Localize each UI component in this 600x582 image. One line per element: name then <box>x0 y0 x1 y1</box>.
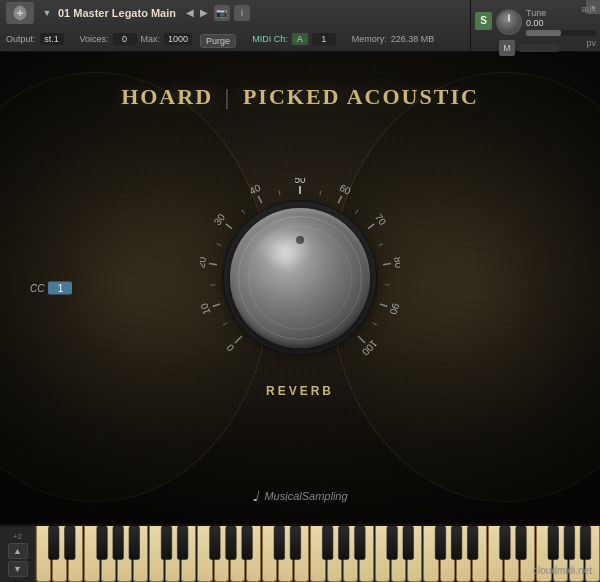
white-key-f1[interactable] <box>84 526 99 582</box>
svg-text:10: 10 <box>200 301 212 315</box>
knob-ring-inner <box>238 216 362 340</box>
white-key-d2[interactable] <box>165 526 180 582</box>
output-label: Output: <box>6 34 36 44</box>
instrument-area: HOARD | PICKED ACOUSTIC CC 1 0 10 <box>0 52 600 524</box>
svg-text:0: 0 <box>224 341 236 353</box>
top-bar-row1: ▼ 01 Master Legato Main ◀ ▶ 📷 i <box>6 0 464 26</box>
watermark: cloudmidi.net <box>533 565 592 576</box>
reverb-label: REVERB <box>266 384 334 398</box>
title-hoard: HOARD <box>121 84 213 109</box>
next-patch-button[interactable]: ▶ <box>198 7 210 18</box>
white-key-g4[interactable] <box>440 526 455 582</box>
midi-a-value[interactable]: A <box>292 33 308 45</box>
svg-line-17 <box>383 264 391 265</box>
svg-line-15 <box>368 224 374 229</box>
octave-up-button[interactable]: ▲ <box>8 543 28 559</box>
white-key-d4[interactable] <box>391 526 406 582</box>
output-value[interactable]: st.1 <box>40 33 64 45</box>
watermark-text: cloudmidi.net <box>533 565 592 576</box>
svg-line-1 <box>235 336 242 343</box>
midi-label: MIDI Ch: <box>252 34 288 44</box>
svg-line-25 <box>217 244 222 246</box>
white-key-c5[interactable] <box>488 526 503 582</box>
white-key-e1[interactable] <box>68 526 83 582</box>
white-key-a4[interactable] <box>456 526 471 582</box>
patch-expand-arrow[interactable]: ▼ <box>42 8 52 18</box>
white-key-b2[interactable] <box>246 526 261 582</box>
pv-label: pv <box>586 38 596 48</box>
svg-line-23 <box>223 322 227 325</box>
svg-line-29 <box>355 210 358 214</box>
white-key-d3[interactable] <box>278 526 293 582</box>
white-key-f2[interactable] <box>197 526 212 582</box>
svg-line-26 <box>242 210 245 214</box>
title-picked-acoustic: PICKED ACOUSTIC <box>243 84 479 109</box>
white-key-a2[interactable] <box>230 526 245 582</box>
keyboard-controls: +2 ▲ ▼ <box>0 526 36 582</box>
white-keys <box>36 526 600 582</box>
svg-text:30: 30 <box>212 211 228 227</box>
white-key-c3[interactable] <box>262 526 277 582</box>
max-label: Max: <box>141 34 161 44</box>
camera-icon[interactable]: 📷 <box>214 5 230 21</box>
cc-value[interactable]: 1 <box>48 282 72 295</box>
white-key-c1[interactable] <box>36 526 51 582</box>
svg-line-3 <box>213 304 221 306</box>
svg-text:80: 80 <box>392 256 400 269</box>
memory-label: Memory: <box>352 34 387 44</box>
white-key-b4[interactable] <box>472 526 487 582</box>
prev-patch-button[interactable]: ◀ <box>184 7 196 18</box>
white-key-d1[interactable] <box>52 526 67 582</box>
midi-ch-value[interactable]: 1 <box>312 33 336 45</box>
svg-text:20: 20 <box>200 256 208 269</box>
white-key-b1[interactable] <box>133 526 148 582</box>
white-key-b3[interactable] <box>359 526 374 582</box>
white-key-g1[interactable] <box>101 526 116 582</box>
brand-logo: ♩ MusicalSampling <box>252 488 347 504</box>
piano-keyboard[interactable] <box>36 526 600 582</box>
svg-text:90: 90 <box>388 302 400 316</box>
top-bar-left: ▼ 01 Master Legato Main ◀ ▶ 📷 i Output: … <box>0 0 470 52</box>
white-key-a1[interactable] <box>117 526 132 582</box>
tune-knob[interactable] <box>496 9 522 35</box>
reverb-knob[interactable] <box>230 208 370 348</box>
max-value[interactable]: 1000 <box>164 33 192 45</box>
logo-button[interactable] <box>6 2 34 24</box>
instrument-title: HOARD | PICKED ACOUSTIC <box>0 84 600 110</box>
octave-down-button[interactable]: ▼ <box>8 561 28 577</box>
s-button[interactable]: S <box>475 12 492 30</box>
svg-line-27 <box>279 190 280 195</box>
top-bar-row2: Output: st.1 Voices: 0 Max: 1000 Purge M… <box>6 26 464 52</box>
svg-text:60: 60 <box>338 182 353 197</box>
svg-line-5 <box>209 264 217 265</box>
reverb-knob-container: 0 10 20 30 40 50 <box>200 178 400 398</box>
svg-text:50: 50 <box>294 178 306 185</box>
white-key-f4[interactable] <box>423 526 438 582</box>
tune-bar[interactable] <box>526 30 596 36</box>
white-key-c4[interactable] <box>375 526 390 582</box>
voices-value: 0 <box>113 33 137 45</box>
svg-text:70: 70 <box>373 212 389 228</box>
keyboard-area: +2 ▲ ▼ <box>0 524 600 582</box>
white-key-g3[interactable] <box>327 526 342 582</box>
octave-label: +2 <box>13 532 22 541</box>
purge-button[interactable]: Purge <box>200 34 236 48</box>
tune-value: 0.00 <box>526 18 596 28</box>
white-key-e2[interactable] <box>181 526 196 582</box>
knob-ring: 0 10 20 30 40 50 <box>200 178 400 378</box>
white-key-e4[interactable] <box>407 526 422 582</box>
white-key-d5[interactable] <box>504 526 519 582</box>
m-button[interactable]: M <box>499 40 515 56</box>
white-key-c2[interactable] <box>149 526 164 582</box>
white-key-f3[interactable] <box>310 526 325 582</box>
white-key-g2[interactable] <box>214 526 229 582</box>
cc-label: CC <box>30 283 44 294</box>
memory-value: 226.38 MB <box>391 34 435 44</box>
info-icon[interactable]: i <box>234 5 250 21</box>
svg-line-7 <box>226 224 232 229</box>
white-key-a3[interactable] <box>343 526 358 582</box>
svg-line-21 <box>358 336 365 343</box>
svg-line-28 <box>320 190 321 195</box>
voices-label: Voices: <box>80 34 109 44</box>
white-key-e3[interactable] <box>294 526 309 582</box>
